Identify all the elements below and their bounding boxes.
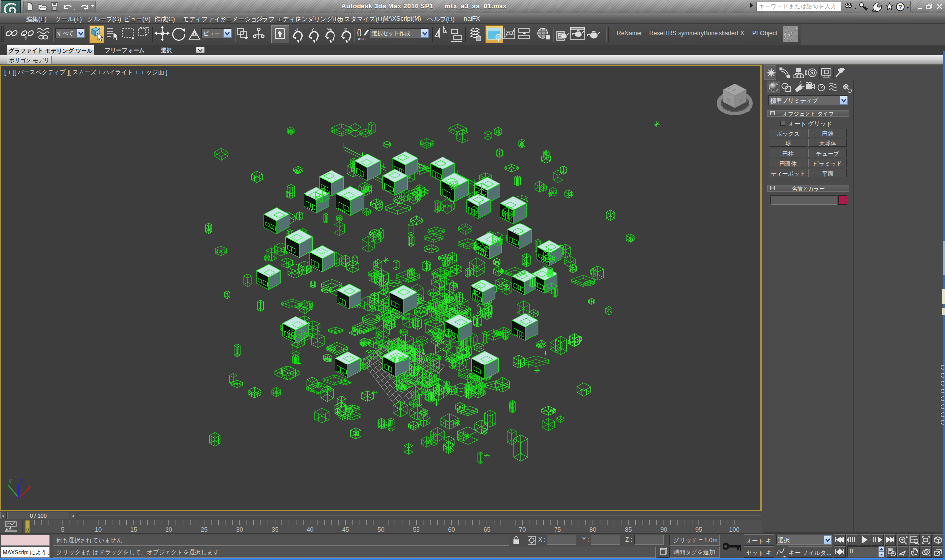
svg-text:100: 100 bbox=[729, 526, 740, 533]
svg-text:90: 90 bbox=[660, 526, 667, 533]
svg-text:25: 25 bbox=[201, 526, 208, 533]
svg-text:10: 10 bbox=[95, 526, 102, 533]
svg-text:50: 50 bbox=[378, 526, 385, 533]
svg-text:z: z bbox=[20, 477, 23, 484]
svg-text:95: 95 bbox=[695, 526, 702, 533]
svg-text:70: 70 bbox=[519, 526, 526, 533]
svg-text:55: 55 bbox=[413, 526, 420, 533]
svg-text:%: % bbox=[327, 27, 332, 32]
svg-text:⇕: ⇕ bbox=[343, 27, 348, 32]
svg-text:y: y bbox=[9, 477, 12, 484]
svg-text:35: 35 bbox=[272, 526, 278, 533]
svg-text:60: 60 bbox=[448, 526, 455, 533]
svg-text:85: 85 bbox=[625, 526, 632, 533]
svg-text:20: 20 bbox=[166, 526, 172, 533]
svg-text:5: 5 bbox=[61, 526, 65, 533]
svg-text:3: 3 bbox=[295, 27, 298, 32]
svg-text:80: 80 bbox=[589, 526, 596, 533]
svg-text:45: 45 bbox=[342, 526, 349, 533]
svg-text:?: ? bbox=[898, 4, 902, 11]
svg-text:∠: ∠ bbox=[311, 27, 316, 32]
svg-text:75: 75 bbox=[554, 526, 561, 533]
svg-text:{}: {} bbox=[357, 28, 361, 36]
svg-text:0: 0 bbox=[26, 527, 29, 532]
svg-text:15: 15 bbox=[130, 526, 137, 533]
svg-text:65: 65 bbox=[483, 526, 490, 533]
svg-text:30: 30 bbox=[236, 526, 243, 533]
svg-text:40: 40 bbox=[307, 526, 314, 533]
svg-text:ABC: ABC bbox=[358, 37, 366, 41]
